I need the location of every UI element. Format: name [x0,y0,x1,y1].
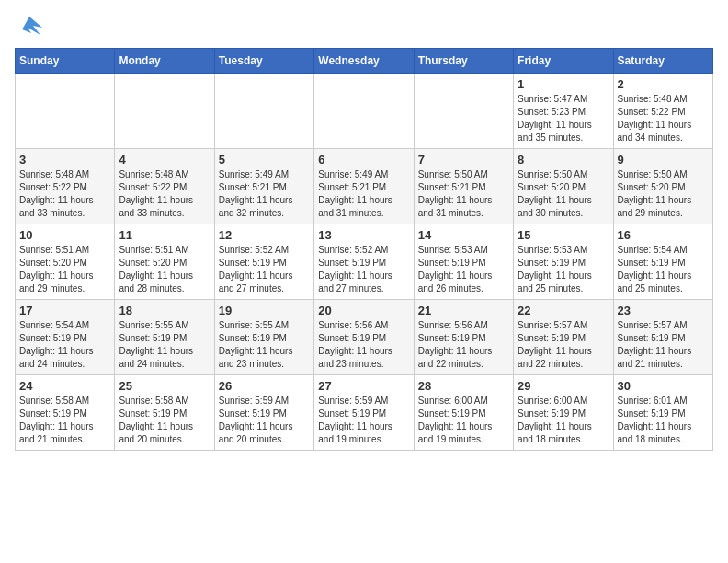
day-info-line: Sunrise: 5:56 AM [418,320,488,330]
day-number: 16 [618,228,709,242]
day-info: Sunrise: 5:51 AMSunset: 5:20 PMDaylight:… [19,244,110,295]
day-number: 4 [119,153,210,167]
day-info: Sunrise: 5:58 AMSunset: 5:19 PMDaylight:… [19,395,110,446]
day-info-line: and 34 minutes. [618,132,683,143]
calendar-cell: 20Sunrise: 5:56 AMSunset: 5:19 PMDayligh… [314,300,414,375]
calendar-week-row: 10Sunrise: 5:51 AMSunset: 5:20 PMDayligh… [16,224,713,300]
day-info: Sunrise: 5:49 AMSunset: 5:21 PMDaylight:… [219,168,310,220]
day-info: Sunrise: 5:53 AMSunset: 5:19 PMDaylight:… [518,244,609,295]
day-info-line: Sunrise: 5:53 AM [518,245,587,255]
day-info: Sunrise: 5:51 AMSunset: 5:20 PMDaylight:… [119,244,210,295]
calendar-cell: 17Sunrise: 5:54 AMSunset: 5:19 PMDayligh… [16,300,115,375]
day-info-line: and 25 minutes. [518,283,583,293]
day-info: Sunrise: 5:59 AMSunset: 5:19 PMDaylight:… [219,395,310,446]
day-info: Sunrise: 5:47 AMSunset: 5:23 PMDaylight:… [518,93,609,144]
calendar-cell: 7Sunrise: 5:50 AMSunset: 5:21 PMDaylight… [414,149,513,224]
logo [15,15,48,40]
day-info-line: Sunset: 5:22 PM [618,107,686,117]
day-info-line: Sunrise: 5:50 AM [418,169,488,179]
calendar-cell: 8Sunrise: 5:50 AMSunset: 5:20 PMDaylight… [514,149,613,224]
calendar-cell: 23Sunrise: 5:57 AMSunset: 5:19 PMDayligh… [613,300,712,375]
calendar-cell: 5Sunrise: 5:49 AMSunset: 5:21 PMDaylight… [214,149,313,224]
calendar-week-row: 1Sunrise: 5:47 AMSunset: 5:23 PMDaylight… [16,74,713,149]
weekday-header-wednesday: Wednesday [314,49,414,74]
day-info-line: Sunset: 5:19 PM [618,333,686,343]
calendar-cell: 30Sunrise: 6:01 AMSunset: 5:19 PMDayligh… [613,375,712,451]
day-info-line: Sunrise: 5:50 AM [618,169,688,179]
day-info-line: Sunset: 5:19 PM [19,333,87,343]
day-info-line: Sunset: 5:19 PM [318,408,386,419]
day-info-line: Sunrise: 5:52 AM [318,245,388,255]
day-info-line: Sunrise: 5:57 AM [518,320,587,330]
day-info-line: Sunrise: 5:48 AM [119,169,188,179]
calendar-cell: 18Sunrise: 5:55 AMSunset: 5:19 PMDayligh… [115,300,214,375]
day-number: 13 [318,228,409,242]
day-info-line: and 27 minutes. [318,283,383,293]
day-info: Sunrise: 5:58 AMSunset: 5:19 PMDaylight:… [119,395,210,446]
day-info: Sunrise: 5:55 AMSunset: 5:19 PMDaylight:… [119,319,210,371]
calendar-table: SundayMondayTuesdayWednesdayThursdayFrid… [15,48,713,451]
day-info-line: and 19 minutes. [318,434,383,444]
day-number: 9 [618,153,709,167]
day-info-line: Daylight: 11 hours [119,270,193,281]
day-info-line: Sunset: 5:19 PM [518,333,586,343]
logo-icon [15,15,44,40]
day-info-line: and 33 minutes. [119,208,184,218]
day-number: 26 [219,379,310,393]
day-info-line: Sunset: 5:19 PM [119,333,187,343]
calendar-cell: 10Sunrise: 5:51 AMSunset: 5:20 PMDayligh… [16,224,115,300]
day-info-line: and 30 minutes. [518,208,583,218]
day-number: 20 [318,304,409,317]
day-info-line: Sunrise: 5:56 AM [318,320,388,330]
calendar-cell: 9Sunrise: 5:50 AMSunset: 5:20 PMDaylight… [613,149,712,224]
day-info-line: and 31 minutes. [318,208,383,218]
day-info-line: Sunset: 5:19 PM [518,258,586,268]
day-info-line: Daylight: 11 hours [418,346,493,356]
day-info-line: Sunrise: 5:55 AM [119,320,188,330]
day-number: 3 [19,153,110,167]
day-number: 30 [618,379,709,393]
day-info-line: Sunset: 5:19 PM [418,408,486,419]
calendar-cell: 12Sunrise: 5:52 AMSunset: 5:19 PMDayligh… [214,224,313,300]
day-info-line: Sunset: 5:19 PM [219,408,287,419]
day-info: Sunrise: 5:50 AMSunset: 5:21 PMDaylight:… [418,168,509,220]
day-info-line: and 18 minutes. [618,434,683,444]
svg-marker-0 [22,17,42,35]
day-info-line: and 21 minutes. [19,434,85,444]
day-info: Sunrise: 5:48 AMSunset: 5:22 PMDaylight:… [618,93,709,144]
day-info: Sunrise: 5:59 AMSunset: 5:19 PMDaylight:… [318,395,409,446]
day-number: 29 [518,379,609,393]
day-info-line: Daylight: 11 hours [418,270,493,281]
day-info-line: Daylight: 11 hours [518,346,592,356]
day-info: Sunrise: 5:54 AMSunset: 5:19 PMDaylight:… [618,244,709,295]
calendar-body: 1Sunrise: 5:47 AMSunset: 5:23 PMDaylight… [16,74,713,451]
day-info-line: Sunrise: 5:57 AM [618,320,688,330]
day-info: Sunrise: 5:56 AMSunset: 5:19 PMDaylight:… [418,319,509,371]
weekday-header-thursday: Thursday [414,49,513,74]
day-info-line: Daylight: 11 hours [19,270,94,281]
calendar-cell: 6Sunrise: 5:49 AMSunset: 5:21 PMDaylight… [314,149,414,224]
day-info-line: Sunset: 5:20 PM [618,182,686,192]
calendar-cell [115,74,214,149]
day-info-line: and 23 minutes. [219,359,284,369]
day-info-line: Daylight: 11 hours [318,421,392,431]
day-info: Sunrise: 5:53 AMSunset: 5:19 PMDaylight:… [418,244,509,295]
day-info-line: Sunset: 5:19 PM [618,258,686,268]
day-info-line: Sunrise: 5:51 AM [119,245,188,255]
day-number: 8 [518,153,609,167]
day-info-line: Daylight: 11 hours [618,195,692,205]
day-number: 6 [318,153,409,167]
day-info-line: Daylight: 11 hours [219,421,293,431]
day-info: Sunrise: 5:48 AMSunset: 5:22 PMDaylight:… [119,168,210,220]
day-info-line: Sunrise: 5:47 AM [518,94,587,104]
calendar-week-row: 3Sunrise: 5:48 AMSunset: 5:22 PMDaylight… [16,149,713,224]
day-info-line: Sunset: 5:22 PM [119,182,187,192]
day-info-line: Sunrise: 5:58 AM [19,396,89,406]
day-info-line: Sunrise: 5:51 AM [19,245,89,255]
day-info-line: Sunrise: 5:54 AM [618,245,688,255]
day-number: 10 [19,228,110,242]
day-number: 19 [219,304,310,317]
day-info-line: and 32 minutes. [219,208,284,218]
day-info-line: Sunset: 5:21 PM [219,182,287,192]
day-info: Sunrise: 5:52 AMSunset: 5:19 PMDaylight:… [219,244,310,295]
